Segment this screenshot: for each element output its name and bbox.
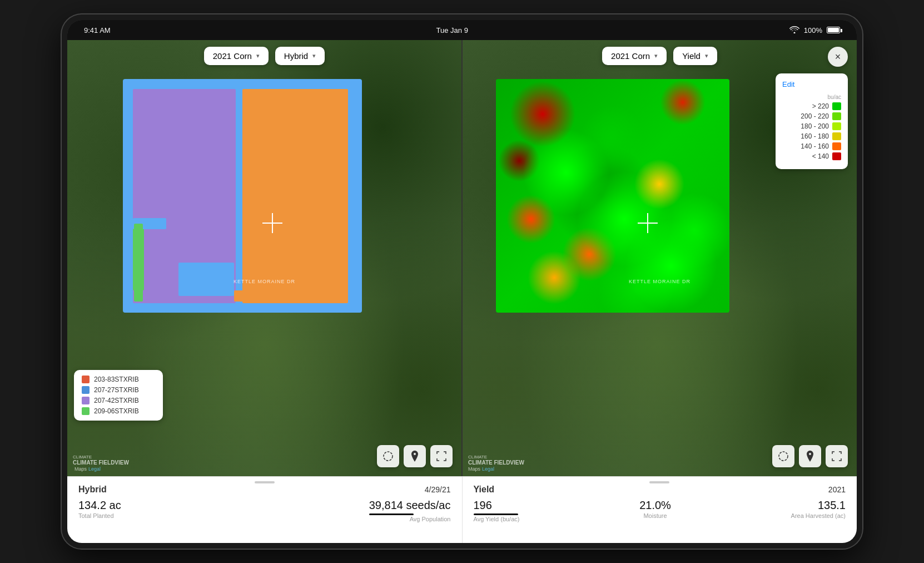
left-panel-date: 4/29/21 — [425, 485, 451, 494]
right-crop-dropdown[interactable]: 2021 Corn ▾ — [602, 47, 667, 65]
battery-percent: 100% — [804, 26, 822, 34]
zone-orange — [242, 89, 348, 303]
legend-swatch-1 — [82, 376, 90, 383]
status-right: 100% — [789, 26, 840, 35]
right-info-panel: Yield 2021 196 Avg Yield (bu/ac) 21.0% M… — [463, 476, 857, 543]
yield-swatch-5 — [832, 142, 841, 150]
yield-legend: Edit bu/ac > 220 200 - 220 180 - 200 — [776, 73, 848, 169]
left-map-controls — [377, 445, 453, 467]
legend-swatch-3 — [82, 397, 90, 404]
left-map-panel: 2021 Corn ▾ Hybrid ▾ — [67, 40, 463, 476]
yield-item-1: > 220 — [782, 102, 841, 110]
right-area-label: Area Harvested (ac) — [791, 512, 846, 519]
wifi-icon — [789, 26, 799, 35]
legend-swatch-4 — [82, 407, 90, 415]
right-moisture-value: 21.0% — [639, 499, 671, 512]
right-panel-title: Yield — [474, 485, 495, 495]
yield-swatch-3 — [832, 122, 841, 130]
legend-item-4: 209-06STXRIB — [82, 407, 155, 415]
right-map-toolbar: 2021 Corn ▾ Yield ▾ — [463, 47, 857, 65]
content-area: 2021 Corn ▾ Hybrid ▾ — [67, 40, 857, 543]
right-panel-header: Yield 2021 — [474, 485, 846, 495]
zone-green-strip — [134, 224, 143, 302]
status-bar: 9:41 AM Tue Jan 9 100% — [67, 20, 857, 40]
battery-fill — [828, 28, 839, 32]
hybrid-legend: 203-83STXRIB 207-27STXRIB 207-42STXRIB — [74, 370, 163, 421]
yield-heatmap — [496, 79, 729, 313]
legend-item-1: 203-83STXRIB — [82, 376, 155, 383]
right-panel-year: 2021 — [828, 485, 846, 494]
ipad-frame: 9:41 AM Tue Jan 9 100% — [62, 14, 862, 549]
yield-edit-button[interactable]: Edit — [782, 80, 794, 88]
legend-item-2: 207-27STXRIB — [82, 386, 155, 394]
right-stat-bar — [474, 513, 518, 515]
left-maps-attribution: Maps Legal — [73, 466, 129, 472]
chevron-down-icon: ▾ — [654, 52, 658, 60]
left-total-planted-value: 134.2 ac — [78, 499, 121, 512]
close-button[interactable]: × — [828, 47, 848, 67]
right-stats: 196 Avg Yield (bu/ac) 21.0% Moisture 135… — [474, 499, 846, 522]
right-crosshair — [638, 213, 658, 233]
chevron-down-icon: ▾ — [256, 52, 260, 60]
left-panel-title: Hybrid — [78, 485, 107, 495]
yield-swatch-4 — [832, 132, 841, 140]
yield-heatmap-inner — [496, 79, 729, 313]
right-panel-handle — [649, 481, 669, 483]
left-road-label: KETTLE MORAINE DR — [234, 279, 295, 284]
left-info-panel: Hybrid 4/29/21 134.2 ac Total Planted 39… — [67, 476, 463, 543]
yield-item-4: 160 - 180 — [782, 132, 841, 140]
left-lasso-button[interactable] — [377, 445, 399, 467]
yield-swatch-6 — [832, 152, 841, 160]
right-stat-yield: 196 Avg Yield (bu/ac) — [474, 499, 520, 522]
status-date: Tue Jan 9 — [436, 26, 468, 34]
right-fieldview-logo: CLIMATE CLIMATE FIELDVIEW — [468, 454, 524, 466]
left-total-planted-label: Total Planted — [78, 512, 121, 519]
yield-swatch-2 — [832, 112, 841, 120]
left-avg-population-label: Avg Population — [369, 516, 451, 522]
left-attribution: CLIMATE CLIMATE FIELDVIEW Maps Legal — [73, 454, 129, 472]
right-stat-moisture: 21.0% Moisture — [639, 499, 671, 522]
svg-point-0 — [384, 452, 393, 461]
legend-item-3: 207-42STXRIB — [82, 397, 155, 404]
left-stat-planted: 134.2 ac Total Planted — [78, 499, 121, 522]
legend-swatch-2 — [82, 386, 90, 394]
chevron-down-icon: ▾ — [705, 52, 708, 60]
left-panel-header: Hybrid 4/29/21 — [78, 485, 451, 495]
right-map-controls — [772, 445, 848, 467]
right-road-label: KETTLE MORAINE DR — [629, 279, 690, 284]
right-maps-attribution: Maps Legal — [468, 466, 524, 472]
yield-item-5: 140 - 160 — [782, 142, 841, 150]
yield-item-6: < 140 — [782, 152, 841, 160]
zone-blue-bottom — [178, 263, 234, 296]
left-map-bg: 2021 Corn ▾ Hybrid ▾ — [67, 40, 461, 476]
right-map-panel: 2021 Corn ▾ Yield ▾ × — [463, 40, 857, 476]
right-lasso-button[interactable] — [772, 445, 794, 467]
zone-purple-bottom — [145, 246, 176, 296]
left-stat-bar — [369, 513, 414, 515]
right-moisture-label: Moisture — [639, 512, 671, 519]
yield-unit: bu/ac — [782, 94, 841, 100]
right-layer-dropdown[interactable]: Yield ▾ — [673, 47, 717, 65]
right-map-bg: 2021 Corn ▾ Yield ▾ × — [463, 40, 857, 476]
chevron-down-icon: ▾ — [312, 52, 316, 60]
right-marker-button[interactable] — [799, 445, 821, 467]
svg-point-1 — [779, 452, 788, 461]
right-avg-yield-value: 196 — [474, 499, 520, 512]
left-stats: 134.2 ac Total Planted 39,814 seeds/ac A… — [78, 499, 451, 522]
left-map-toolbar: 2021 Corn ▾ Hybrid ▾ — [67, 47, 461, 65]
left-avg-population-value: 39,814 seeds/ac — [369, 499, 451, 512]
left-expand-button[interactable] — [430, 445, 453, 467]
bottom-panels: Hybrid 4/29/21 134.2 ac Total Planted 39… — [67, 476, 857, 543]
right-avg-yield-label: Avg Yield (bu/ac) — [474, 516, 520, 522]
right-area-value: 135.1 — [791, 499, 846, 512]
crosshair — [262, 213, 282, 233]
yield-swatch-1 — [832, 102, 841, 110]
left-crop-dropdown[interactable]: 2021 Corn ▾ — [204, 47, 269, 65]
zone-orange-small — [234, 290, 245, 302]
left-fieldview-logo: CLIMATE CLIMATE FIELDVIEW — [73, 454, 129, 466]
left-layer-dropdown[interactable]: Hybrid ▾ — [275, 47, 325, 65]
right-attribution: CLIMATE CLIMATE FIELDVIEW Maps Legal — [468, 454, 524, 472]
right-stat-area: 135.1 Area Harvested (ac) — [791, 499, 846, 522]
left-marker-button[interactable] — [404, 445, 426, 467]
right-expand-button[interactable] — [826, 445, 848, 467]
